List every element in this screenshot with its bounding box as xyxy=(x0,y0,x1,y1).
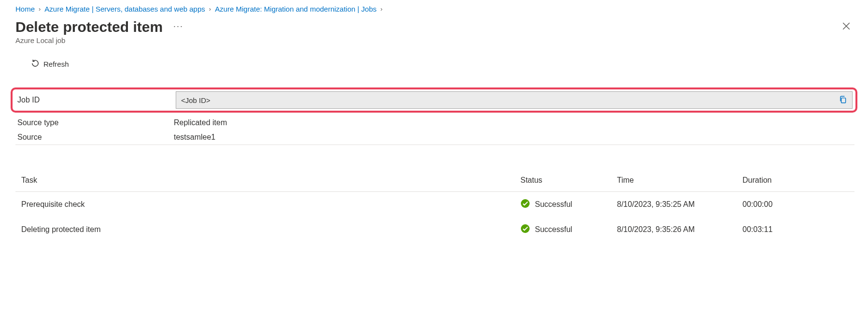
tasks-table: Task Status Time Duration Prerequisite c… xyxy=(15,169,854,242)
breadcrumb-migrate-servers[interactable]: Azure Migrate | Servers, databases and w… xyxy=(44,5,205,13)
close-icon xyxy=(842,22,851,30)
success-icon xyxy=(520,199,530,210)
page-subtitle: Azure Local job xyxy=(0,35,868,44)
task-duration: 00:00:00 xyxy=(742,200,849,209)
svg-point-3 xyxy=(521,199,530,208)
source-type-label: Source type xyxy=(15,118,174,127)
job-id-label: Job ID xyxy=(15,96,176,104)
breadcrumb: Home › Azure Migrate | Servers, database… xyxy=(0,5,868,19)
table-row: Prerequisite check Successful 8/10/2023,… xyxy=(15,192,854,217)
table-row: Deleting protected item Successful 8/10/… xyxy=(15,217,854,242)
page-title: Delete protected item xyxy=(15,19,163,35)
task-name: Deleting protected item xyxy=(21,225,520,234)
job-id-field[interactable]: <Job ID> xyxy=(176,91,853,109)
task-duration: 00:03:11 xyxy=(742,225,849,234)
copy-button[interactable] xyxy=(837,94,849,106)
job-properties: Source type Replicated item Source tests… xyxy=(15,116,854,145)
more-actions-button[interactable]: ··· xyxy=(173,21,183,33)
breadcrumb-migration-jobs[interactable]: Azure Migrate: Migration and modernizati… xyxy=(215,5,377,13)
source-label: Source xyxy=(15,133,174,142)
success-icon xyxy=(520,224,530,235)
chevron-right-icon: › xyxy=(209,5,211,13)
svg-point-4 xyxy=(521,224,530,233)
col-task: Task xyxy=(21,176,520,185)
job-id-highlight: Job ID <Job ID> xyxy=(11,87,857,113)
svg-rect-2 xyxy=(841,98,846,102)
refresh-button[interactable]: Refresh xyxy=(0,44,868,76)
tasks-header-row: Task Status Time Duration xyxy=(15,169,854,192)
close-button[interactable] xyxy=(838,20,854,35)
breadcrumb-home[interactable]: Home xyxy=(15,5,35,13)
copy-icon xyxy=(839,95,847,104)
refresh-label: Refresh xyxy=(43,60,69,68)
task-name: Prerequisite check xyxy=(21,200,520,209)
chevron-right-icon: › xyxy=(39,5,41,13)
col-duration: Duration xyxy=(742,176,849,185)
task-time: 8/10/2023, 9:35:26 AM xyxy=(617,225,742,234)
col-status: Status xyxy=(520,176,617,185)
chevron-right-icon: › xyxy=(380,5,382,13)
source-type-value: Replicated item xyxy=(174,118,227,127)
task-status: Successful xyxy=(535,200,572,209)
source-value: testsamlee1 xyxy=(174,133,215,142)
col-time: Time xyxy=(617,176,742,185)
task-status: Successful xyxy=(535,225,572,234)
refresh-icon xyxy=(31,59,40,69)
job-id-value: <Job ID> xyxy=(181,96,837,104)
task-time: 8/10/2023, 9:35:25 AM xyxy=(617,200,742,209)
